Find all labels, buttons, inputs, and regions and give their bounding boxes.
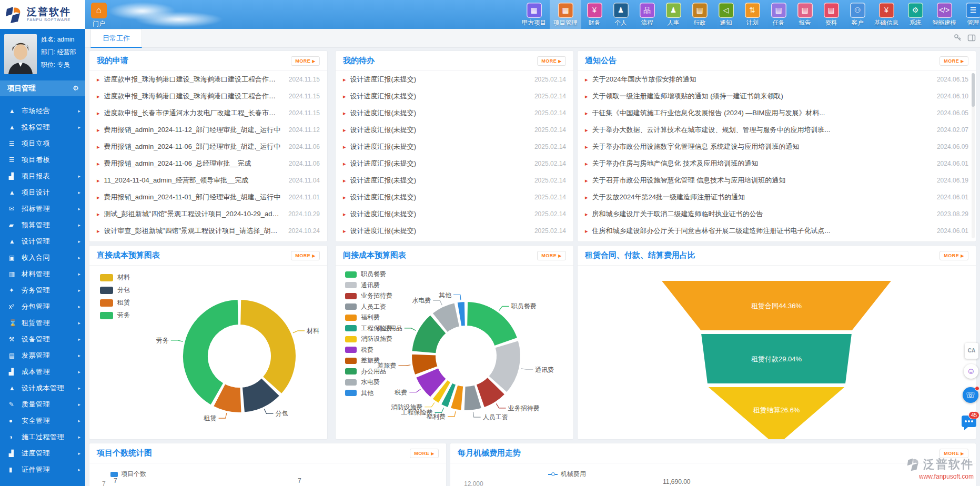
panel-title-direct-cost[interactable]: 直接成本预算图表	[97, 250, 160, 260]
notice-item[interactable]: ▸于征集《中国建筑施工行业信息化发展报告 (2024) —BIM应用与发展》材料…	[578, 105, 976, 122]
machine-cost-legend[interactable]: 机械费用	[548, 470, 586, 479]
legend-item[interactable]: 分包	[100, 286, 130, 295]
sidebar-item-certificate[interactable]: ▮证件管理▸	[0, 461, 85, 478]
todo-item[interactable]: ▸设计进度汇报(未提交)2025.02.14	[336, 155, 573, 172]
todo-item[interactable]: ▸设计进度汇报(未提交)2025.02.14	[336, 88, 573, 105]
legend-item[interactable]: 税费	[345, 346, 392, 355]
sidebar-item-safety[interactable]: ●安全管理▸	[0, 412, 85, 429]
more-button[interactable]: MORE ▶	[291, 251, 320, 260]
notice-item[interactable]: ▸关于召开市政公用设施智慧化管理 信息技术与应用培训班的通知2024.06.19	[578, 172, 976, 189]
sidebar-item-material[interactable]: ▥材料管理▸	[0, 266, 85, 282]
request-item[interactable]: ▸进度款申报_珠海鹤港口建设_珠海鹤港口建设工程合作协议书_admin_...2…	[89, 71, 327, 88]
request-item[interactable]: ▸费用报销_admin_2024-11-06_总经理审批__完成2024.11.…	[89, 155, 327, 172]
sidebar-item-construction-process[interactable]: ◑施工过程管理▸	[0, 429, 85, 445]
sidebar-item-budget[interactable]: ▰预算管理▸	[0, 217, 85, 233]
brand-logo[interactable]: 泛普软件 FANPU SOFTWARE	[0, 0, 85, 29]
float-chat-button[interactable]: 45	[961, 416, 978, 431]
notice-item[interactable]: ▸关于发放2024年第24批一级建造师注册证书的通知2024.06.01	[578, 189, 976, 206]
panel-title-monthly-machine[interactable]: 每月机械费用走势	[458, 448, 521, 458]
nav-item-modeling[interactable]: </>智能建模	[928, 0, 960, 29]
legend-item[interactable]: 工程保险费	[345, 324, 392, 333]
legend-item[interactable]: 人员工资	[345, 302, 392, 311]
todo-item[interactable]: ▸设计进度汇报(未提交)2025.02.14	[336, 122, 573, 138]
legend-item[interactable]: 业务招待费	[345, 291, 392, 300]
notice-item[interactable]: ▸关于举办住房与房地产信息化 技术及应用培训班的通知2024.06.01	[578, 155, 976, 172]
nav-item-hr[interactable]: ♟人事	[660, 0, 686, 29]
nav-item-owner-project[interactable]: ▦甲方项目	[518, 0, 550, 29]
nav-item-process[interactable]: 品流程	[634, 0, 660, 29]
request-item[interactable]: ▸11_2024-11-04_admin_经营部_领导审批__完成2024.11…	[89, 172, 327, 189]
indirect-cost-slice-职员餐费[interactable]	[467, 301, 518, 346]
more-button[interactable]: MORE ▶	[537, 56, 566, 66]
sidebar-item-cost[interactable]: ▟成本管理▸	[0, 363, 85, 380]
nav-item-manage[interactable]: ☰管理	[960, 0, 980, 29]
request-item[interactable]: ▸费用报销_admin_2024-11-12_部门经理审批_胡建,_运行中202…	[89, 122, 327, 138]
request-item[interactable]: ▸费用报销_admin_2024-11-01_部门经理审批_胡建,_运行中202…	[89, 189, 327, 206]
tab-daily-work[interactable]: 日常工作	[90, 29, 142, 48]
scrollbar-thumb[interactable]	[972, 73, 975, 107]
nav-item-plan[interactable]: ⇅计划	[739, 0, 765, 29]
legend-item[interactable]: 差旅费	[345, 356, 392, 365]
sidebar-item-equipment[interactable]: ⚒设备管理▸	[0, 331, 85, 347]
todo-item[interactable]: ▸设计进度汇报(未提交)2025.02.14	[336, 206, 573, 222]
more-button[interactable]: MORE ▶	[537, 251, 566, 260]
panel-toggle-icon[interactable]	[967, 34, 976, 42]
todo-item[interactable]: ▸设计进度汇报(未提交)2025.02.14	[336, 138, 573, 155]
request-item[interactable]: ▸进度款申报_长春市伊通河水力发电厂改建工程_长春市伊通河水力发电...2024…	[89, 105, 327, 122]
request-item[interactable]: ▸测试_彭祖新城"四馆"景观工程设计项目_2024-10-29_admin_结束…	[89, 206, 327, 222]
sidebar-section-project-management[interactable]: 项目管理 ⚙	[0, 80, 85, 96]
notice-item[interactable]: ▸住房和城乡建设部办公厅关于同意吉林省开展二级建造师注册证书电子化试点...20…	[578, 222, 976, 239]
legend-item[interactable]: 办公用品	[345, 367, 392, 376]
legend-item[interactable]: 材料	[100, 273, 130, 282]
todo-item[interactable]: ▸设计进度汇报(未提交)2025.02.14	[336, 71, 573, 88]
nav-item-document[interactable]: ▤资料	[818, 0, 844, 29]
nav-item-portal[interactable]: ⌂ 门户	[88, 3, 109, 28]
request-item[interactable]: ▸费用报销_admin_2024-11-06_部门经理审批_胡建,_运行中202…	[89, 138, 327, 155]
sidebar-item-progress[interactable]: ▟进度管理▸	[0, 445, 85, 461]
panel-title-notices[interactable]: 通知公告	[585, 56, 617, 66]
float-customer-service-button[interactable]: ☺	[964, 364, 978, 379]
nav-item-finance[interactable]: ¥财务	[581, 0, 608, 29]
sidebar-item-tender[interactable]: ✉招标管理▸	[0, 200, 85, 217]
nav-item-project-manage[interactable]: ▦项目管理	[550, 0, 581, 29]
sidebar-item-design[interactable]: ▲设计管理▸	[0, 233, 85, 249]
nav-item-notice[interactable]: ◁通知	[713, 0, 739, 29]
sidebar-item-project-design[interactable]: ▲项目设计▸	[0, 184, 85, 200]
sidebar-item-invoice[interactable]: ▤发票管理▸	[0, 347, 85, 363]
panel-title-my-requests[interactable]: 我的申请	[97, 56, 128, 66]
legend-item[interactable]: 租赁	[100, 298, 130, 307]
notice-item[interactable]: ▸关于举办市政公用设施数字化管理信息 系统建设与应用培训班的通知2024.06.…	[578, 138, 976, 155]
nav-item-system[interactable]: ⚙系统	[902, 0, 928, 29]
rental-funnel-chart[interactable]: 租赁合同44.36%租赁付款29.04%租赁结算26.6%	[578, 266, 976, 439]
notice-item[interactable]: ▸关于领取一级注册建造师增项贴的通知 (须持一建证书前来领取)2024.06.1…	[578, 88, 976, 105]
panel-title-rental-ratio[interactable]: 租赁合同、付款、结算费用占比	[585, 250, 695, 260]
sidebar-item-project-report[interactable]: ▟项目报表▸	[0, 168, 85, 184]
scrollbar-track[interactable]	[972, 73, 975, 238]
sidebar-item-quality[interactable]: ✎质量管理▸	[0, 396, 85, 412]
nav-item-customer[interactable]: ⚇客户	[844, 0, 871, 29]
legend-item[interactable]: 消防设施费	[345, 335, 392, 343]
more-button[interactable]: MORE ▶	[939, 56, 968, 66]
sidebar-item-rental[interactable]: ⌛租赁管理▸	[0, 315, 85, 331]
request-item[interactable]: ▸设计审查_彭祖新城"四馆"景观工程设计项目_请选择_胡广生_2024-10-2…	[89, 222, 327, 239]
nav-item-base-info[interactable]: ¥基础信息	[871, 0, 902, 29]
nav-item-task[interactable]: ▤任务	[765, 0, 792, 29]
notice-item[interactable]: ▸关于举办大数据、云计算技术在城市建设、规划、管理与服务中的应用培训班...20…	[578, 122, 976, 138]
sidebar-item-project-initiation[interactable]: ☰项目立项	[0, 135, 85, 151]
nav-item-personal[interactable]: ♟个人	[608, 0, 634, 29]
legend-item[interactable]: 福利费	[345, 313, 392, 322]
legend-item[interactable]: 其他	[345, 389, 392, 398]
notice-item[interactable]: ▸房和城乡建设厅关于取消二级建造师临时执业证书的公告2023.08.29	[578, 206, 976, 222]
todo-item[interactable]: ▸设计进度汇报(未提交)2025.02.14	[336, 222, 573, 239]
sidebar-item-market[interactable]: ▲市场经营▸	[0, 103, 85, 119]
legend-item[interactable]: 劳务	[100, 311, 130, 320]
gear-icon[interactable]: ⚙	[73, 80, 79, 96]
request-item[interactable]: ▸进度款申报_珠海鹤港口建设_珠海鹤港口建设工程合作协议书_admin_...2…	[89, 88, 327, 105]
legend-item[interactable]: 职员餐费	[345, 270, 392, 279]
float-ca-button[interactable]: CA	[965, 343, 978, 359]
nav-item-administration[interactable]: ▤行政	[686, 0, 713, 29]
todo-item[interactable]: ▸设计进度汇报(未提交)2025.02.14	[336, 105, 573, 122]
nav-item-report[interactable]: ▤报告	[792, 0, 818, 29]
panel-title-my-todos[interactable]: 我的待办	[343, 56, 375, 66]
notice-item[interactable]: ▸关于2024年国庆节放假安排的通知2024.06.15	[578, 71, 976, 88]
